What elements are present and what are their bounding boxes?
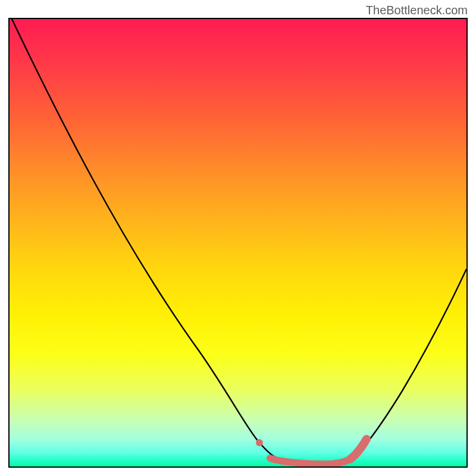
highlight-rise [350,439,367,459]
chart-plot-area [8,18,468,468]
watermark-text: TheBottleneck.com [366,4,468,17]
highlight-trough [270,458,350,464]
curve-line [12,19,466,463]
chart-svg [10,19,466,466]
highlight-dot-left [256,439,263,446]
